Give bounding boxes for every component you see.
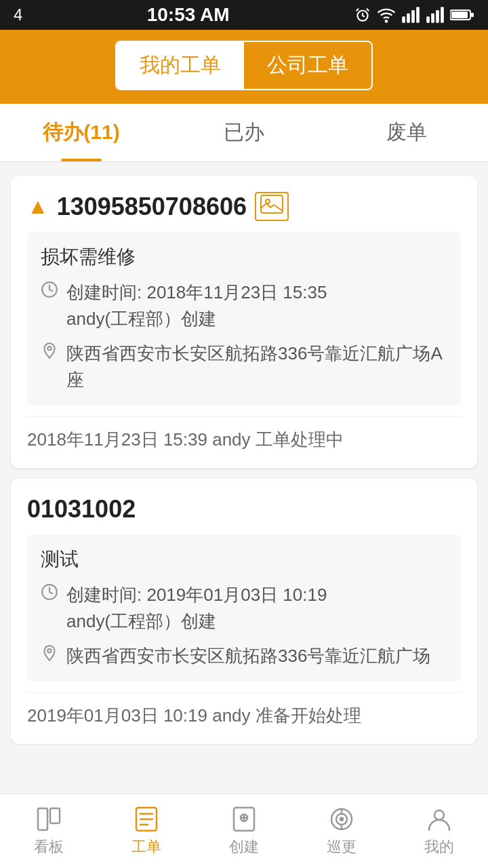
card-2-time-row: 创建时间: 2019年01月03日 10:19 andy(工程部）创建 — [41, 582, 447, 635]
nav-workorder-label: 工单 — [131, 837, 161, 857]
content-area: ▲ 13095850708606 损坏需维修 — [0, 162, 488, 793]
location-icon-1 — [41, 342, 58, 364]
nav-patrol-label: 巡更 — [327, 837, 357, 857]
header: 我的工单 公司工单 — [0, 30, 488, 104]
nav-profile-label: 我的 — [424, 837, 454, 857]
svg-point-16 — [47, 347, 51, 350]
nav-workorder[interactable]: 工单 — [98, 794, 195, 868]
svg-rect-8 — [436, 10, 439, 23]
workorder-card-1[interactable]: ▲ 13095850708606 损坏需维修 — [11, 176, 477, 468]
profile-icon — [426, 806, 453, 833]
svg-rect-3 — [407, 14, 410, 23]
card-1-address-text: 陕西省西安市长安区航拓路336号靠近汇航广场A座 — [66, 340, 447, 393]
signal-icon — [401, 6, 420, 24]
create-icon — [230, 806, 258, 833]
card-1-time-row: 创建时间: 2018年11月23日 15:35 andy(工程部）创建 — [41, 279, 447, 332]
image-icon — [255, 192, 289, 221]
svg-point-1 — [386, 20, 387, 22]
card-2-address-text: 陕西省西安市长安区航拓路336号靠近汇航广场 — [66, 643, 430, 669]
svg-rect-6 — [426, 16, 430, 22]
nav-create[interactable]: 创建 — [195, 794, 293, 868]
status-bar-left: 4 — [14, 5, 22, 24]
svg-rect-11 — [471, 13, 474, 17]
tab-pending[interactable]: 待办(11) — [0, 104, 163, 161]
company-workorder-toggle[interactable]: 公司工单 — [244, 42, 371, 89]
status-bar: 4 10:53 AM — [0, 0, 488, 30]
alarm-icon — [354, 6, 371, 24]
svg-point-18 — [47, 649, 51, 652]
nav-kanban-label: 看板 — [34, 837, 64, 857]
card-1-detail-box: 损坏需维修 创建时间: 2018年11月23日 15:35 andy(工程部）创… — [27, 232, 461, 406]
location-icon-2 — [41, 644, 58, 667]
svg-rect-13 — [261, 195, 283, 213]
card-2-id: 01031002 — [27, 495, 461, 524]
svg-point-31 — [340, 818, 343, 821]
workorder-icon — [133, 806, 160, 833]
tab-done[interactable]: 已办 — [163, 104, 325, 161]
nav-create-label: 创建 — [229, 837, 259, 857]
svg-rect-12 — [451, 12, 468, 18]
warning-icon: ▲ — [27, 194, 49, 219]
svg-rect-4 — [411, 10, 415, 23]
card-1-footer: 2018年11月23日 15:39 andy 工单处理中 — [27, 416, 461, 452]
svg-rect-9 — [441, 7, 444, 22]
clock-icon-1 — [41, 281, 58, 303]
tab-cancelled[interactable]: 废单 — [325, 104, 488, 161]
card-1-header: ▲ 13095850708606 — [27, 192, 461, 221]
status-bar-icons — [354, 5, 474, 24]
kanban-icon — [35, 806, 62, 833]
card-2-footer: 2019年01月03日 10:19 andy 准备开始处理 — [27, 692, 461, 728]
svg-rect-7 — [431, 14, 434, 23]
clock-icon-2 — [41, 583, 58, 606]
card-2-detail-box: 测试 创建时间: 2019年01月03日 10:19 andy(工程部）创建 — [27, 534, 461, 682]
svg-rect-19 — [38, 808, 47, 830]
card-1-id: 13095850708606 — [57, 193, 247, 221]
nav-profile[interactable]: 我的 — [390, 794, 488, 868]
card-2-detail-title: 测试 — [41, 547, 447, 572]
bottom-nav: 看板 工单 创建 巡更 — [0, 793, 488, 868]
tabs-bar: 待办(11) 已办 废单 — [0, 104, 488, 162]
wifi-icon — [377, 5, 396, 24]
card-1-address-row: 陕西省西安市长安区航拓路336号靠近汇航广场A座 — [41, 340, 447, 393]
toggle-group[interactable]: 我的工单 公司工单 — [115, 41, 373, 90]
battery-icon — [450, 8, 474, 22]
svg-rect-20 — [50, 808, 60, 823]
svg-rect-5 — [416, 7, 420, 22]
signal2-icon — [426, 6, 445, 24]
card-2-time-text: 创建时间: 2019年01月03日 10:19 andy(工程部）创建 — [66, 582, 327, 635]
card-2-address-row: 陕西省西安市长安区航拓路336号靠近汇航广场 — [41, 643, 447, 669]
card-1-time-text: 创建时间: 2018年11月23日 15:35 andy(工程部）创建 — [66, 279, 327, 332]
svg-point-34 — [434, 810, 444, 820]
nav-kanban[interactable]: 看板 — [0, 794, 98, 868]
workorder-card-2[interactable]: 01031002 测试 创建时间: 2019年01月03日 10:19 andy… — [11, 479, 477, 744]
svg-rect-2 — [402, 16, 405, 22]
card-1-detail-title: 损坏需维修 — [41, 244, 447, 270]
status-bar-time: 10:53 AM — [147, 4, 230, 26]
nav-patrol[interactable]: 巡更 — [293, 794, 390, 868]
my-workorder-toggle[interactable]: 我的工单 — [117, 42, 244, 89]
patrol-icon — [328, 806, 355, 833]
